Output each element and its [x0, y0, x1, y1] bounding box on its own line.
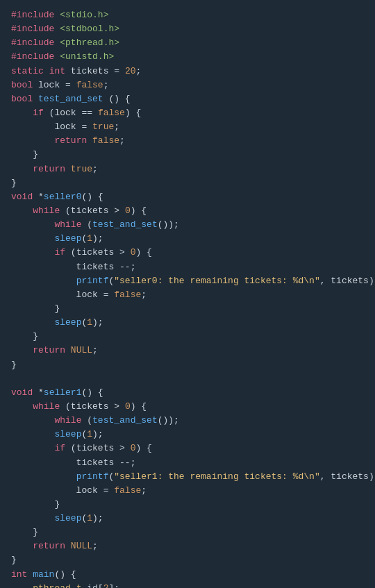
code-line-2: #include <stdbool.h>: [11, 22, 364, 36]
code-line-27: [11, 372, 364, 386]
code-line-31: sleep(1);: [11, 428, 364, 442]
code-line-19: tickets --;: [11, 260, 364, 274]
code-line-6: bool lock = false;: [11, 78, 364, 92]
code-line-16: while (test_and_set());: [11, 218, 364, 232]
code-line-30: while (test_and_set());: [11, 414, 364, 428]
code-line-29: while (tickets > 0) {: [11, 400, 364, 414]
code-line-5: static int tickets = 20;: [11, 65, 364, 78]
code-line-28: void *seller1() {: [11, 386, 364, 400]
code-line-33: tickets --;: [11, 456, 364, 470]
code-line-40: }: [11, 553, 364, 567]
code-line-3: #include <pthread.h>: [11, 36, 364, 50]
code-line-41: int main() {: [11, 568, 364, 582]
code-line-37: sleep(1);: [11, 512, 364, 526]
code-line-9: lock = true;: [11, 120, 364, 134]
code-line-17: sleep(1);: [11, 232, 364, 246]
code-line-13: }: [11, 176, 364, 190]
code-line-20: printf("seller0: the remaining tickets: …: [11, 274, 364, 288]
code-line-7: bool test_and_set () {: [11, 92, 364, 106]
code-line-34: printf("seller1: the remaining tickets: …: [11, 470, 364, 484]
code-line-42: pthread_t id[2];: [11, 582, 364, 588]
code-line-1: #include <stdio.h>: [11, 8, 364, 22]
code-line-8: if (lock == false) {: [11, 106, 364, 120]
code-line-35: lock = false;: [11, 484, 364, 498]
code-line-18: if (tickets > 0) {: [11, 246, 364, 260]
code-line-21: lock = false;: [11, 288, 364, 302]
code-container: #include <stdio.h> #include <stdbool.h> …: [0, 0, 375, 588]
code-line-12: return true;: [11, 162, 364, 176]
code-line-14: void *seller0() {: [11, 190, 364, 204]
code-line-11: }: [11, 148, 364, 162]
code-line-39: return NULL;: [11, 539, 364, 553]
code-line-24: }: [11, 330, 364, 344]
code-line-32: if (tickets > 0) {: [11, 442, 364, 455]
code-line-23: sleep(1);: [11, 316, 364, 330]
code-line-36: }: [11, 498, 364, 512]
code-line-25: return NULL;: [11, 344, 364, 358]
code-line-10: return false;: [11, 134, 364, 148]
code-line-38: }: [11, 526, 364, 539]
code-line-26: }: [11, 358, 364, 372]
code-line-15: while (tickets > 0) {: [11, 204, 364, 218]
code-line-22: }: [11, 302, 364, 316]
code-line-4: #include <unistd.h>: [11, 50, 364, 64]
